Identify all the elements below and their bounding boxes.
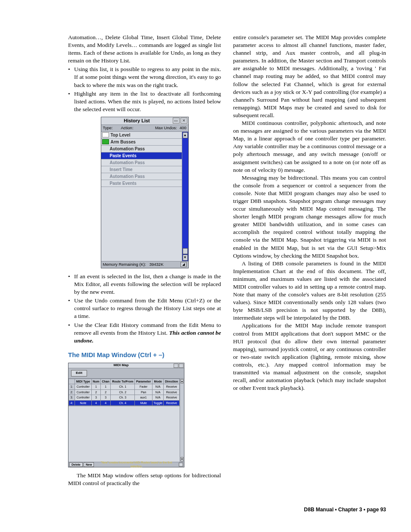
history-row[interactable]: Automation Pass — [101, 173, 182, 180]
header-action: Action: — [121, 125, 155, 131]
midi-empty-area — [68, 406, 180, 462]
bullet-regress: Using this list, it is possible to regre… — [68, 65, 221, 89]
history-row-label: Automation Pass — [102, 160, 145, 166]
col-route: Route To/From — [111, 379, 135, 384]
para-r4: A listing of D8B console parameters is f… — [233, 260, 386, 322]
history-row-label: Paste Events — [102, 153, 137, 159]
new-button[interactable]: New — [84, 462, 94, 467]
close-button[interactable] — [179, 364, 184, 368]
midi-map-window: MIDI Map Edit MIDI Type Num — [68, 363, 184, 467]
scroll-down-icon[interactable]: ▼ — [183, 255, 188, 261]
bullet-clear: Use the Clear Edit History command from … — [68, 321, 221, 345]
history-list-window: History List ▭ ✕ Type: Action: Max Undos… — [101, 117, 189, 268]
section-heading-midi-map: The MIDI Map Window (Ctrl + –) — [68, 351, 221, 359]
history-row-selected[interactable]: Paste Events — [101, 152, 182, 159]
history-header-row: Type: Action: Max Undos: 400 — [101, 125, 188, 132]
bullet-undo: Use the Undo command from the Edit Menu … — [68, 297, 221, 320]
para-intro: Automation…, Delete Global Time, Insert … — [68, 34, 221, 65]
history-row[interactable]: Paste Events — [101, 180, 182, 187]
history-row-label: Arm Busses — [111, 139, 136, 145]
midi-header-row: MIDI Type Num Chan Route To/From Paramet… — [69, 379, 180, 384]
history-row-label: Paste Events — [102, 180, 137, 187]
col-mode: Mode — [152, 379, 164, 384]
history-row-label: Automation Pass — [102, 146, 145, 152]
para-midi-intro: The MIDI Map window offers setup options… — [68, 472, 221, 487]
col-midi-type: MIDI Type — [75, 379, 92, 384]
minimize-button[interactable] — [174, 364, 178, 368]
close-button[interactable]: ✕ — [181, 118, 187, 124]
history-empty-area — [101, 187, 182, 261]
scroll-thumb[interactable] — [183, 248, 188, 254]
midi-toolbar: Edit — [68, 368, 184, 379]
midi-row[interactable]: 2: Controller 2 2 Ch. 2 Pan N/A Receive — [69, 389, 180, 395]
scrollbar[interactable]: ▲ ▼ — [180, 379, 184, 462]
col-direction: Direction — [164, 379, 180, 384]
col-parameter: Parameter — [135, 379, 153, 384]
scroll-up-icon[interactable]: ▲ — [181, 379, 184, 383]
header-max-undos: Max Undos: — [155, 125, 177, 131]
col-chan: Chan — [101, 379, 111, 384]
history-row-label: Top Level — [111, 132, 131, 138]
delete-button[interactable]: Delete — [69, 462, 83, 467]
para-r2: MIDI continuous controller, polyphonic a… — [233, 119, 386, 174]
history-titlebar: History List ▭ ✕ — [101, 117, 188, 125]
bullet-highlight: Highlight any item in the list to deacti… — [68, 90, 221, 113]
page-footer: D8B Manual • Chapter 3 • page 93 — [304, 506, 386, 513]
status-hint: "New" creates incremental MIDI Routes ba… — [95, 461, 178, 469]
midi-grid: MIDI Type Num Chan Route To/From Paramet… — [68, 379, 180, 406]
header-type: Type: — [103, 125, 121, 131]
para-r1: entire console's parameter set. The MIDI… — [233, 34, 386, 119]
history-list: Top Level Arm Busses Automation Pass Pas… — [101, 132, 182, 261]
history-title: History List — [101, 118, 173, 124]
history-row-label: Automation Pass — [102, 174, 145, 180]
midi-titlebar: MIDI Map — [68, 363, 184, 368]
resize-handle-icon[interactable] — [179, 463, 183, 467]
minimize-button[interactable]: ▭ — [173, 118, 180, 124]
history-row[interactable]: Top Level — [101, 132, 182, 139]
midi-row[interactable]: 1: Controller 1 1 Ch. 1 Fader N/A Receiv… — [69, 384, 180, 389]
col-num: Num — [91, 379, 100, 384]
resize-handle-icon[interactable]: ◢ — [181, 262, 187, 267]
memory-label: Memory Remaining (K): — [103, 262, 146, 267]
history-row[interactable]: Insert Time — [101, 166, 182, 173]
midi-statusbar: Delete New "New" creates incremental MID… — [68, 462, 184, 467]
scrollbar[interactable]: ▲ ▼ — [182, 132, 188, 261]
edit-button[interactable]: Edit — [71, 370, 87, 376]
arm-icon — [102, 139, 109, 144]
scroll-up-icon[interactable]: ▲ — [183, 132, 188, 138]
memory-value: 39432K — [149, 262, 164, 267]
history-row[interactable]: Arm Busses — [101, 139, 182, 146]
para-r5: Applications for the MIDI Map include re… — [233, 322, 386, 392]
midi-title: MIDI Map — [68, 363, 174, 368]
midi-row-selected[interactable]: 4: Note 4 4 Ch. 4 Mute Toggle Receive — [69, 400, 180, 405]
doc-icon — [102, 132, 109, 137]
bullet-event-selected: If an event is selected in the list, the… — [68, 273, 221, 296]
para-r3: Messaging may be bidirectional. This mea… — [233, 174, 386, 260]
max-undos-value: 400 — [177, 125, 187, 131]
history-row-label: Insert Time — [102, 167, 133, 173]
scroll-down-icon[interactable]: ▼ — [181, 457, 184, 461]
history-row[interactable]: Automation Pass — [101, 146, 182, 152]
history-row[interactable]: Automation Pass — [101, 159, 182, 166]
midi-row[interactable]: 3: Controller 3 3 Ch. 3 aux1 N/A Receive — [69, 395, 180, 400]
history-statusbar: Memory Remaining (K): 39432K ◢ — [101, 261, 188, 268]
